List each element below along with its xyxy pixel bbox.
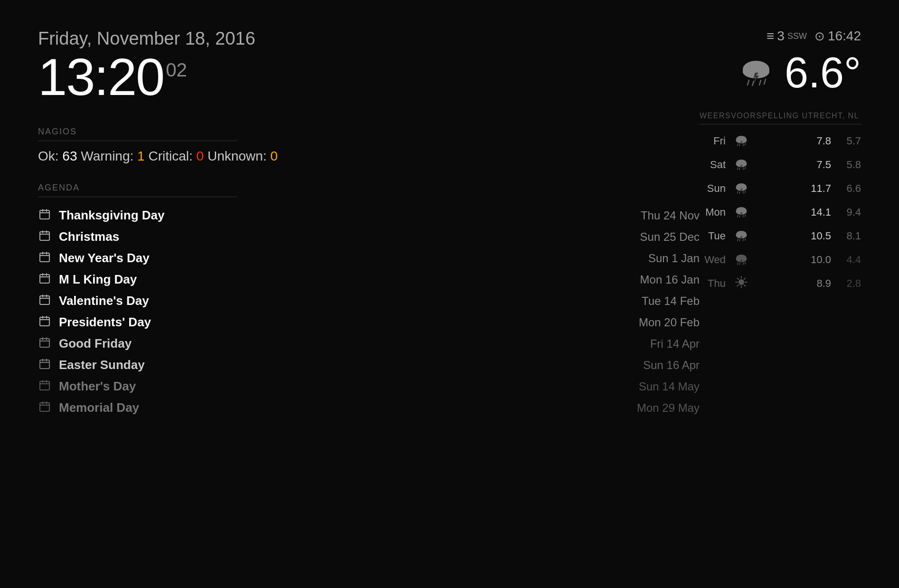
- nagios-section: NAGIOS Ok: 63 Warning: 1 Critical: 0 Unk…: [38, 127, 700, 183]
- svg-line-56: [743, 144, 744, 146]
- date-label: Friday, November 18, 2016: [38, 28, 700, 49]
- time-hours-minutes: 13:20: [38, 51, 164, 103]
- forecast-high-1: 7.5: [757, 159, 831, 171]
- forecast-high-2: 11.7: [757, 182, 831, 195]
- forecast-day-6: Thu: [700, 277, 726, 290]
- forecast-low-3: 9.4: [835, 206, 861, 218]
- forecast-low-4: 8.1: [835, 230, 861, 242]
- agenda-list: Thanksgiving Day Thu 24 Nov Christmas Su…: [38, 205, 700, 418]
- forecast-row-4: Tue 10.5 8.1: [700, 224, 861, 248]
- agenda-section: AGENDA Thanksgiving Day Thu 24 Nov: [38, 183, 700, 418]
- svg-line-45: [748, 80, 749, 85]
- forecast-row-3: Mon 14.1 9.4: [700, 200, 861, 224]
- nagios-section-label: NAGIOS: [38, 127, 237, 141]
- forecast-row-0: Fri 7.8 5.7: [700, 129, 861, 153]
- svg-rect-16: [40, 296, 49, 304]
- svg-line-108: [738, 278, 739, 280]
- svg-line-72: [738, 191, 738, 193]
- forecast-icon-2: [729, 180, 753, 197]
- svg-line-110: [744, 278, 746, 280]
- time-display: 13:20 02: [38, 51, 700, 103]
- svg-rect-4: [40, 232, 49, 240]
- forecast-icon-1: [729, 157, 753, 173]
- svg-line-73: [739, 192, 740, 194]
- svg-line-47: [759, 80, 761, 85]
- svg-line-92: [743, 239, 744, 241]
- svg-rect-36: [40, 403, 49, 411]
- agenda-section-label: AGENDA: [38, 183, 237, 197]
- nagios-warning-label: Warning:: [81, 149, 133, 163]
- calendar-icon: [38, 294, 51, 308]
- forecast-high-3: 14.1: [757, 206, 831, 218]
- forecast-label: WEERSVOORSPELLING UTRECHT, NL: [700, 112, 861, 124]
- nagios-critical-value: 0: [197, 149, 204, 163]
- nagios-warning-value: 1: [137, 149, 145, 163]
- event-date: Thu 24 Nov: [624, 209, 700, 222]
- calendar-icon: [38, 358, 51, 372]
- svg-rect-20: [40, 317, 49, 326]
- event-name: Mother's Day: [59, 379, 616, 394]
- svg-line-100: [739, 263, 740, 265]
- svg-line-65: [743, 168, 744, 170]
- forecast-day-4: Tue: [700, 230, 726, 242]
- svg-line-75: [745, 191, 746, 193]
- event-date: Fri 14 Apr: [624, 337, 700, 351]
- calendar-icon: [38, 379, 51, 394]
- current-weather: 6.6°: [700, 48, 861, 97]
- forecast-icon-6: [729, 275, 753, 292]
- forecast-day-3: Mon: [700, 206, 726, 218]
- nagios-ok-label: Ok:: [38, 149, 59, 163]
- sunset-icon: ⊙: [814, 29, 825, 44]
- wind-direction: SSW: [787, 31, 807, 41]
- svg-point-103: [738, 279, 744, 285]
- forecast-low-0: 5.7: [835, 135, 861, 147]
- svg-line-82: [739, 216, 740, 218]
- svg-line-99: [738, 263, 738, 265]
- forecast-row-2: Sun 11.7 6.6: [700, 177, 861, 200]
- svg-line-54: [738, 144, 738, 146]
- forecast-high-6: 8.9: [757, 277, 831, 290]
- svg-line-46: [752, 81, 754, 86]
- svg-line-64: [739, 168, 740, 170]
- sunset-time: 16:42: [828, 28, 861, 44]
- event-name: Valentine's Day: [59, 294, 616, 308]
- event-name: Presidents' Day: [59, 315, 616, 330]
- forecast-row-5: Wed 10.0 4.4: [700, 248, 861, 272]
- event-name: New Year's Day: [59, 251, 616, 266]
- agenda-item-4: Valentine's Day Tue 14 Feb: [38, 290, 700, 312]
- nagios-unknown-value: 0: [270, 149, 278, 163]
- svg-line-74: [743, 191, 744, 193]
- nagios-status: Ok: 63 Warning: 1 Critical: 0 Unknown: 0: [38, 149, 700, 164]
- forecast-day-0: Fri: [700, 135, 726, 147]
- forecast-icon-5: [729, 252, 753, 268]
- svg-line-83: [743, 215, 744, 217]
- svg-line-101: [743, 263, 744, 265]
- forecast-day-5: Wed: [700, 254, 726, 266]
- forecast-table: Fri 7.8 5.7 Sat: [700, 129, 861, 295]
- forecast-row-1: Sat 7.5 5.8: [700, 153, 861, 177]
- svg-line-66: [745, 167, 746, 169]
- calendar-icon: [38, 401, 51, 415]
- agenda-item-9: Memorial Day Mon 29 May: [38, 397, 700, 418]
- event-date: Sun 25 Dec: [624, 230, 700, 244]
- agenda-item-2: New Year's Day Sun 1 Jan: [38, 247, 700, 269]
- forecast-low-5: 4.4: [835, 254, 861, 266]
- current-temp: 6.6°: [785, 48, 861, 97]
- svg-line-90: [738, 239, 738, 241]
- agenda-item-0: Thanksgiving Day Thu 24 Nov: [38, 205, 700, 226]
- svg-rect-32: [40, 381, 49, 390]
- forecast-icon-4: [729, 228, 753, 244]
- forecast-high-5: 10.0: [757, 254, 831, 266]
- event-date: Mon 29 May: [624, 401, 700, 415]
- svg-line-109: [744, 285, 746, 286]
- agenda-item-7: Easter Sunday Sun 16 Apr: [38, 354, 700, 376]
- agenda-item-5: Presidents' Day Mon 20 Feb: [38, 312, 700, 333]
- wind-icon: ≡: [767, 28, 774, 44]
- event-date: Sun 14 May: [624, 380, 700, 393]
- event-date: Sun 16 Apr: [624, 359, 700, 372]
- forecast-high-4: 10.5: [757, 230, 831, 242]
- calendar-icon: [38, 230, 51, 244]
- agenda-item-1: Christmas Sun 25 Dec: [38, 226, 700, 247]
- calendar-icon: [38, 273, 51, 287]
- agenda-item-6: Good Friday Fri 14 Apr: [38, 333, 700, 354]
